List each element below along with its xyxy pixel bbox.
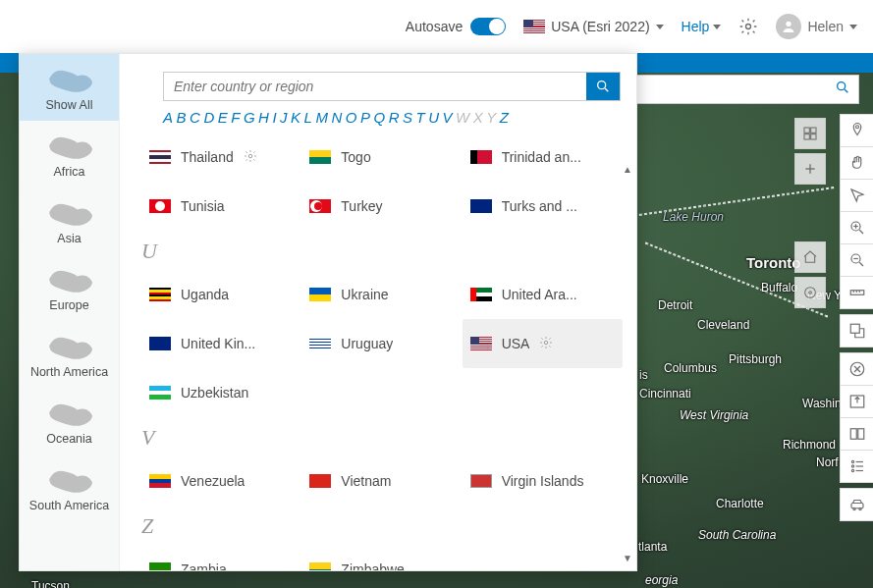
- alpha-link-u[interactable]: U: [428, 109, 442, 126]
- country-item-tunisia[interactable]: Tunisia: [141, 182, 301, 231]
- alpha-link-z[interactable]: Z: [500, 109, 513, 126]
- sidebar-item-oceania[interactable]: Oceania: [20, 388, 119, 454]
- zoom-out-tool-button[interactable]: [840, 243, 873, 277]
- flag-icon: [470, 474, 492, 488]
- help-label: Help: [682, 19, 710, 34]
- country-item-zimbabwe[interactable]: Zimbabwe: [301, 545, 462, 570]
- sidebar-item-asia[interactable]: Asia: [20, 187, 119, 254]
- alphabet-index: ABCDEFGHIJKLMNOPQRSTUVWXYZ: [120, 107, 636, 133]
- alpha-link-a[interactable]: A: [163, 109, 177, 126]
- autosave-control: Autosave: [406, 18, 506, 35]
- home-extent-button[interactable]: [794, 241, 826, 273]
- country-item-togo[interactable]: Togo: [301, 133, 462, 182]
- measure-tool-button[interactable]: [840, 276, 873, 309]
- alpha-link-r[interactable]: R: [389, 109, 403, 126]
- country-item-usa[interactable]: USA: [463, 319, 623, 368]
- search-icon[interactable]: [835, 80, 850, 99]
- country-selector[interactable]: USA (Esri 2022): [523, 19, 663, 34]
- chevron-down-icon: [713, 25, 721, 29]
- country-item-united-kin[interactable]: United Kin...: [141, 319, 301, 368]
- sidebar-item-show-all[interactable]: Show All: [20, 54, 119, 121]
- share-tool-button[interactable]: [840, 385, 873, 418]
- user-name-label: Helen: [807, 19, 844, 34]
- country-item-ukraine[interactable]: Ukraine: [301, 270, 462, 319]
- scroll-up-icon[interactable]: ▲: [621, 162, 634, 176]
- alpha-link-t[interactable]: T: [416, 109, 429, 126]
- sidebar-item-label: North America: [30, 365, 108, 379]
- autosave-toggle[interactable]: [470, 18, 506, 35]
- swipe-tool-button[interactable]: [840, 417, 873, 451]
- country-item-label: United Kin...: [181, 336, 255, 351]
- locate-button[interactable]: [794, 277, 826, 308]
- drive-time-button[interactable]: [840, 488, 873, 521]
- country-item-uganda[interactable]: Uganda: [141, 270, 301, 319]
- country-item-label: Uganda: [181, 287, 229, 302]
- map-label: Columbus: [664, 361, 717, 375]
- map-label: Charlotte: [716, 497, 764, 510]
- gear-icon[interactable]: [244, 149, 257, 166]
- basemap-button[interactable]: [794, 118, 826, 149]
- sidebar-item-south-america[interactable]: South America: [20, 454, 119, 521]
- clear-tool-button[interactable]: [840, 352, 873, 386]
- map-label: Toronto: [746, 254, 801, 271]
- alpha-link-e[interactable]: E: [218, 109, 232, 126]
- country-item-vietnam[interactable]: Vietnam: [301, 456, 462, 506]
- gear-icon[interactable]: [539, 336, 553, 352]
- svg-point-42: [248, 154, 252, 158]
- alpha-link-l[interactable]: L: [304, 109, 316, 126]
- pan-tool-button[interactable]: [840, 146, 873, 180]
- alpha-link-p[interactable]: P: [360, 109, 374, 126]
- select-tool-button[interactable]: [840, 179, 873, 212]
- svg-rect-24: [850, 324, 859, 333]
- alpha-link-f[interactable]: F: [231, 109, 244, 126]
- country-item-zambia[interactable]: Zambia: [141, 545, 301, 570]
- country-item-venezuela[interactable]: Venezuela: [141, 456, 301, 506]
- section-header-v: V: [141, 425, 623, 451]
- zoom-in-tool-button[interactable]: [840, 211, 873, 244]
- alpha-link-g[interactable]: G: [244, 109, 258, 126]
- svg-rect-30: [857, 429, 863, 440]
- scroll-down-icon[interactable]: ▼: [621, 551, 634, 564]
- zoom-in-button[interactable]: [794, 153, 826, 185]
- alpha-link-v[interactable]: V: [443, 109, 457, 126]
- country-item-label: Zimbabwe: [341, 561, 405, 570]
- alpha-link-n[interactable]: N: [331, 109, 345, 126]
- settings-button[interactable]: [738, 17, 758, 36]
- alpha-link-h[interactable]: H: [258, 109, 272, 126]
- svg-point-38: [852, 508, 854, 509]
- help-menu[interactable]: Help: [682, 19, 722, 34]
- alpha-link-j[interactable]: J: [280, 109, 291, 126]
- alpha-link-o[interactable]: O: [346, 109, 360, 126]
- country-item-united-ara[interactable]: United Ara...: [463, 270, 623, 319]
- country-item-virgin-islands[interactable]: Virgin Islands: [463, 456, 623, 506]
- alpha-link-c[interactable]: C: [190, 109, 203, 126]
- find-similar-button[interactable]: [840, 314, 873, 347]
- svg-point-3: [787, 22, 791, 27]
- sidebar-item-europe[interactable]: Europe: [20, 254, 119, 321]
- pin-tool-button[interactable]: [840, 114, 873, 147]
- svg-point-43: [545, 341, 549, 345]
- alpha-link-q[interactable]: Q: [373, 109, 388, 126]
- country-item-thailand[interactable]: Thailand: [141, 133, 301, 182]
- sidebar-item-africa[interactable]: Africa: [20, 121, 119, 187]
- alpha-link-s[interactable]: S: [403, 109, 416, 126]
- legend-tool-button[interactable]: [840, 450, 873, 483]
- alpha-link-d[interactable]: D: [203, 109, 217, 126]
- alpha-link-i[interactable]: I: [272, 109, 280, 126]
- map-label: Cleveland: [697, 318, 749, 332]
- country-item-uzbekistan[interactable]: Uzbekistan: [141, 368, 301, 417]
- country-item-turks-and[interactable]: Turks and ...: [463, 182, 623, 231]
- user-menu[interactable]: Helen: [776, 14, 857, 39]
- alpha-link-k[interactable]: K: [291, 109, 304, 126]
- country-item-trinidad-an[interactable]: Trinidad an...: [463, 133, 623, 182]
- country-item-uruguay[interactable]: Uruguay: [301, 319, 462, 368]
- alpha-link-m[interactable]: M: [315, 109, 331, 126]
- country-search-button[interactable]: [586, 73, 620, 100]
- country-item-turkey[interactable]: Turkey: [301, 182, 462, 231]
- flag-icon: [149, 288, 171, 301]
- country-item-label: Ukraine: [341, 287, 388, 302]
- country-search-input[interactable]: [164, 73, 586, 100]
- alpha-link-b[interactable]: B: [177, 109, 191, 126]
- sidebar-item-north-america[interactable]: North America: [20, 321, 119, 388]
- country-list[interactable]: ThailandTogoTrinidad an...TunisiaTurkeyT…: [120, 133, 636, 570]
